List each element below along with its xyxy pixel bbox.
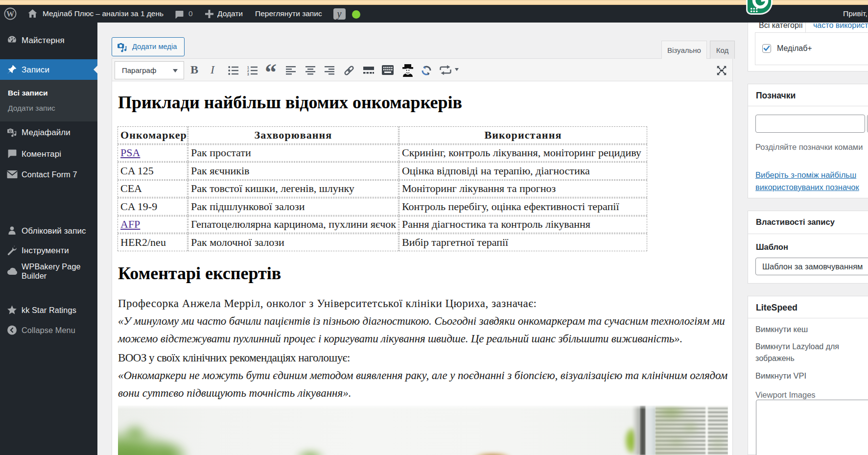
svg-text:W: W [6,10,14,18]
svg-text:y: y [336,8,342,20]
svg-text:3: 3 [247,72,249,76]
svg-text:2: 2 [247,69,249,72]
